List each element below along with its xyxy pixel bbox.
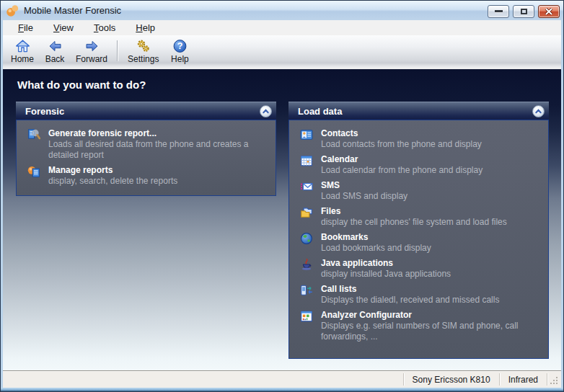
help-button[interactable]: ? Help: [164, 37, 195, 65]
item-title[interactable]: Java applications: [321, 258, 451, 269]
home-icon: [15, 39, 30, 53]
settings-button[interactable]: Settings: [123, 37, 164, 65]
toolbar: Home Back Forward: [3, 35, 561, 69]
item-title[interactable]: Manage reports: [48, 165, 177, 176]
gears-icon: [136, 39, 151, 53]
item-description: Loads all desired data from the phone an…: [48, 139, 268, 161]
menu-help[interactable]: Help: [128, 21, 163, 35]
analyzer-configurator-icon: [300, 310, 313, 323]
item-description: Load bookmarks and display: [321, 243, 431, 254]
close-x-icon: [545, 8, 553, 15]
sms-item[interactable]: SMS Load SMS and display: [295, 178, 542, 204]
call-lists-icon: [300, 284, 313, 297]
manage-reports-icon: [27, 165, 40, 178]
window-body: File View Tools Help Home Back: [3, 20, 561, 388]
chevron-up-circle-icon[interactable]: [532, 105, 545, 117]
minimize-button[interactable]: [488, 5, 509, 18]
device-status: Sony Ericsson K810: [404, 375, 499, 385]
resize-grip-icon[interactable]: [549, 375, 560, 386]
back-button[interactable]: Back: [39, 37, 71, 65]
sms-envelope-icon: [300, 180, 313, 193]
forensic-panel-title: Forensic: [25, 106, 64, 117]
svg-text:?: ?: [177, 41, 183, 51]
bookmarks-globe-icon: [300, 232, 313, 245]
item-title[interactable]: Files: [321, 206, 507, 217]
generate-forensic-report-item[interactable]: Generate forensic report... Loads all de…: [22, 126, 270, 163]
main-content: What do you want to do? Forensic: [3, 69, 561, 370]
forward-arrow-icon: [84, 39, 100, 53]
item-title[interactable]: Call lists: [321, 284, 499, 295]
orange-orbs-logo-icon[interactable]: [6, 4, 19, 17]
maximize-icon: [521, 9, 527, 14]
forensic-panel-body: Generate forensic report... Loads all de…: [16, 120, 276, 196]
analyzer-configurator-item[interactable]: Analyzer Configurator Displays e.g. seri…: [295, 308, 542, 344]
calendar-icon: [300, 154, 313, 167]
item-description: Load SMS and display: [321, 191, 407, 202]
item-description: Load calendar from the phone and display: [321, 165, 483, 176]
menu-bar: File View Tools Help: [3, 20, 561, 35]
statusbar-separator: [547, 373, 547, 386]
window-bottom-border: [1, 388, 563, 391]
chevron-up-circle-icon[interactable]: [260, 105, 272, 117]
files-folder-icon: [300, 206, 313, 219]
java-cup-icon: [300, 258, 313, 271]
back-arrow-icon: [48, 39, 63, 53]
forward-button[interactable]: Forward: [71, 37, 113, 65]
app-window: Mobile Master Forensic File View Tools H…: [0, 0, 564, 392]
item-title[interactable]: Bookmarks: [321, 232, 431, 243]
close-button[interactable]: [538, 5, 560, 18]
calendar-item[interactable]: Calendar Load calendar from the phone an…: [295, 152, 542, 178]
panels-row: Forensic: [3, 99, 561, 359]
load-data-panel-header: Load data: [288, 102, 549, 120]
menu-tools[interactable]: Tools: [86, 21, 123, 35]
title-bar[interactable]: Mobile Master Forensic: [1, 1, 563, 20]
contacts-icon: [300, 128, 313, 141]
item-description: Displays the dialedl, received and misse…: [321, 295, 499, 306]
toolbar-separator: [117, 40, 118, 61]
load-data-panel: Load data: [288, 102, 549, 359]
connection-status: Infrared: [500, 375, 547, 385]
files-item[interactable]: Files display the cell phones' file syst…: [295, 204, 542, 230]
menu-file[interactable]: File: [10, 21, 41, 35]
status-bar: Sony Ericsson K810 Infrared: [3, 370, 561, 388]
window-controls: [488, 5, 560, 18]
page-title: What do you want to do?: [3, 69, 561, 99]
item-title[interactable]: Calendar: [321, 154, 483, 165]
item-description: Load contacts from the phone and display: [321, 139, 482, 150]
forensic-panel: Forensic: [16, 102, 276, 196]
bookmarks-item[interactable]: Bookmarks Load bookmarks and display: [295, 230, 542, 256]
maximize-button[interactable]: [513, 5, 534, 18]
item-title[interactable]: Generate forensic report...: [48, 128, 268, 139]
load-data-panel-title: Load data: [298, 106, 342, 117]
window-title: Mobile Master Forensic: [24, 5, 121, 16]
item-description: display installed Java applications: [321, 269, 451, 280]
call-lists-item[interactable]: Call lists Displays the dialedl, receive…: [295, 282, 542, 308]
home-button[interactable]: Home: [6, 37, 39, 65]
java-applications-item[interactable]: Java applications display installed Java…: [295, 256, 542, 282]
item-title[interactable]: SMS: [321, 180, 407, 191]
contacts-item[interactable]: Contacts Load contacts from the phone an…: [295, 126, 542, 152]
item-description: Displays e.g. serial numbers of SIM and …: [321, 321, 541, 342]
forensic-panel-header: Forensic: [16, 102, 276, 120]
help-question-icon: ?: [172, 39, 188, 53]
item-description: display, search, delete the reports: [48, 176, 177, 187]
manage-reports-item[interactable]: Manage reports display, search, delete t…: [22, 163, 270, 189]
forensic-report-icon: [27, 128, 40, 141]
load-data-panel-body: Contacts Load contacts from the phone an…: [288, 120, 549, 359]
item-title[interactable]: Contacts: [321, 128, 482, 139]
item-description: display the cell phones' file system and…: [321, 217, 507, 228]
item-title[interactable]: Analyzer Configurator: [321, 310, 541, 321]
menu-view[interactable]: View: [45, 21, 81, 35]
minimize-icon: [495, 10, 503, 12]
